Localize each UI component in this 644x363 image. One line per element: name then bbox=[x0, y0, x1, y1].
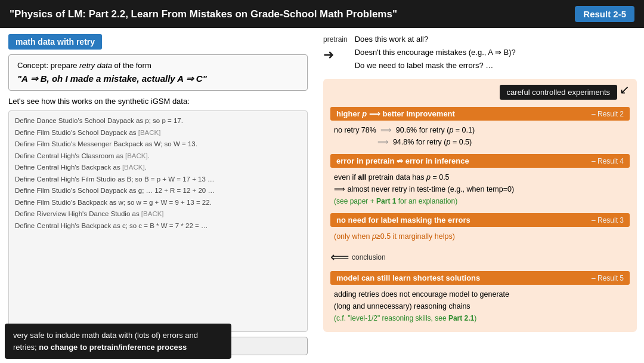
data-line: Define Central High's Film Studio as B; … bbox=[15, 174, 301, 186]
result-3-num: – Result 3 bbox=[592, 216, 624, 224]
result-2-detail: even if all pretrain data has p = 0.5 ⟹ … bbox=[330, 170, 630, 208]
result-badge-4: model can still learn shortest solutions… bbox=[330, 271, 630, 285]
data-line: Define Central High's Backpack as c; so … bbox=[15, 220, 301, 232]
right-panel: pretrain ➜ Does this work at all?Doesn't… bbox=[316, 28, 644, 361]
conclusion-arrow-icon: ⟸ bbox=[330, 250, 349, 265]
result-row-3: no need for label masking the errors – R… bbox=[330, 213, 630, 244]
data-line: Define Film Studio's School Daypack as [… bbox=[15, 127, 301, 139]
synthetic-label: Let's see how this works on the syntheti… bbox=[8, 97, 308, 106]
curved-arrow-icon: ↙ bbox=[620, 82, 630, 102]
math-data-badge: math data with retry bbox=[8, 34, 102, 50]
result-row-4: model can still learn shortest solutions… bbox=[330, 271, 630, 325]
question-line: Do we need to label mask the errors? … bbox=[355, 59, 516, 72]
data-box: Define Dance Studio's School Daypack as … bbox=[8, 110, 308, 332]
header: "Physics of LM: Part 2.2, Learn From Mis… bbox=[0, 0, 644, 28]
pretrain-arrow-icon: ➜ bbox=[323, 47, 334, 63]
result-4-detail: adding retries does not encourage model … bbox=[330, 287, 630, 325]
result-3-text: no need for label masking the errors bbox=[336, 216, 470, 224]
result-4-num: – Result 5 bbox=[592, 274, 624, 282]
result-1-text: higher p ⟹ better improvement bbox=[336, 109, 455, 118]
concept-text: Concept: prepare retry data of the form bbox=[17, 61, 299, 70]
result-badge-2: error in pretrain ⇏ error in inference –… bbox=[330, 154, 630, 168]
data-line: Define Film Studio's Messenger Backpack … bbox=[15, 139, 301, 150]
pretrain-label: pretrain bbox=[323, 35, 348, 44]
right-inner: careful controlled experiments ↙ higher … bbox=[323, 79, 637, 331]
result-badge: Result 2-5 bbox=[575, 6, 634, 22]
question-line: Does this work at all? bbox=[355, 33, 516, 46]
result-2-num: – Result 4 bbox=[592, 157, 624, 165]
conclusion-bold: no change to pretrain/inference process bbox=[39, 343, 187, 352]
question-line: Doesn't this encourage mistakes (e.g., A… bbox=[355, 46, 516, 59]
result-3-detail: (only when p≥0.5 it marginally helps) bbox=[330, 229, 630, 244]
main-layout: math data with retry Concept: prepare re… bbox=[0, 28, 644, 361]
result-badge-3: no need for label masking the errors – R… bbox=[330, 213, 630, 227]
concept-formula: "A ⇒ B, oh I made a mistake, actually A … bbox=[17, 73, 299, 84]
result-1-detail: no retry 78% ⟹ 90.6% for retry (p = 0.1)… bbox=[330, 123, 630, 149]
left-panel: math data with retry Concept: prepare re… bbox=[0, 28, 316, 361]
conclusion-label: conclusion bbox=[352, 253, 386, 262]
result-row-2: error in pretrain ⇏ error in inference –… bbox=[330, 154, 630, 208]
controlled-experiments-badge: careful controlled experiments bbox=[500, 85, 617, 100]
data-line: Define Dance Studio's School Daypack as … bbox=[15, 115, 301, 127]
data-line: Define Film Studio's School Daypack as g… bbox=[15, 185, 301, 197]
result-2-text: error in pretrain ⇏ error in inference bbox=[336, 156, 469, 165]
data-line: Define Central High's Classroom as [BACK… bbox=[15, 150, 301, 162]
data-line: Define Riverview High's Dance Studio as … bbox=[15, 208, 301, 220]
header-title: "Physics of LM: Part 2.2, Learn From Mis… bbox=[10, 8, 397, 20]
questions-block: Does this work at all?Doesn't this encou… bbox=[355, 33, 516, 72]
conclusion-box: very safe to include math data with (lot… bbox=[5, 324, 231, 359]
result-badge-1: higher p ⟹ better improvement – Result 2 bbox=[330, 107, 630, 121]
data-line: Define Film Studio's Backpack as w; so w… bbox=[15, 197, 301, 209]
result-4-text: model can still learn shortest solutions bbox=[336, 273, 480, 282]
data-line: Define Central High's Backpack as [BACK]… bbox=[15, 162, 301, 174]
result-1-num: – Result 2 bbox=[592, 110, 624, 118]
result-row-1: higher p ⟹ better improvement – Result 2… bbox=[330, 107, 630, 149]
concept-box: Concept: prepare retry data of the form … bbox=[8, 54, 308, 91]
